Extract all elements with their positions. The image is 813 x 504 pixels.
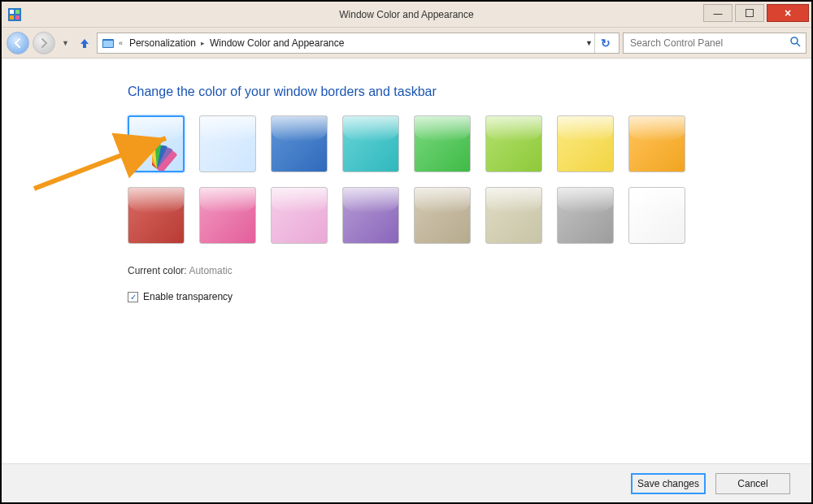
color-swatch-lime[interactable] [485, 115, 542, 172]
color-swatch-light-blue[interactable] [199, 115, 256, 172]
color-swatch-light-pink[interactable] [271, 187, 328, 244]
window-buttons: ― × [703, 2, 811, 27]
svg-rect-5 [746, 10, 754, 17]
svg-rect-4 [15, 15, 20, 20]
maximize-button[interactable] [735, 4, 764, 22]
footer-bar: Save changes Cancel [2, 463, 811, 502]
address-bar[interactable]: « Personalization ▸ Window Color and App… [97, 33, 620, 54]
color-swatch-hot-pink[interactable] [199, 187, 256, 244]
search-box[interactable] [623, 33, 806, 54]
svg-rect-7 [103, 41, 113, 47]
current-color-value: Automatic [189, 265, 232, 276]
svg-rect-1 [10, 10, 14, 14]
color-swatch-teal[interactable] [342, 115, 399, 172]
transparency-label: Enable transparency [143, 291, 233, 302]
svg-line-9 [797, 43, 800, 46]
titlebar: Window Color and Appearance ― × [2, 2, 811, 28]
color-swatch-gray[interactable] [557, 187, 614, 244]
save-button[interactable]: Save changes [631, 473, 706, 494]
breadcrumb-item[interactable]: Window Color and Appearance [207, 37, 347, 49]
current-color-row: Current color: Automatic [128, 265, 811, 276]
color-swatch-automatic[interactable] [128, 115, 185, 172]
search-input[interactable] [628, 37, 789, 50]
svg-point-8 [791, 37, 798, 44]
color-swatch-grid [128, 115, 713, 244]
color-swatch-blue[interactable] [271, 115, 328, 172]
svg-rect-2 [15, 10, 20, 14]
breadcrumb-item[interactable]: Personalization [126, 37, 199, 49]
back-button[interactable] [7, 32, 29, 54]
search-icon [789, 36, 801, 50]
refresh-button[interactable]: ↻ [594, 33, 615, 53]
color-fan-icon [152, 141, 185, 172]
cancel-button[interactable]: Cancel [715, 473, 790, 494]
color-swatch-khaki[interactable] [485, 187, 542, 244]
transparency-checkbox[interactable]: ✓ [128, 292, 138, 302]
minimize-button[interactable]: ― [703, 4, 733, 22]
color-swatch-orange[interactable] [628, 115, 685, 172]
chevron-right-icon: ▸ [201, 39, 205, 47]
color-swatch-green[interactable] [414, 115, 471, 172]
app-icon [8, 8, 21, 21]
toolbar: ▼ « Personalization ▸ Window Color and A… [2, 28, 811, 59]
color-swatch-red[interactable] [128, 187, 185, 244]
color-swatch-purple[interactable] [342, 187, 399, 244]
address-dropdown[interactable]: ▼ [585, 39, 593, 47]
nav-history-dropdown[interactable]: ▼ [59, 39, 72, 47]
color-swatch-white[interactable] [628, 187, 685, 244]
page-heading: Change the color of your window borders … [128, 85, 811, 99]
forward-button[interactable] [33, 32, 55, 54]
transparency-row[interactable]: ✓ Enable transparency [128, 291, 811, 302]
color-swatch-taupe[interactable] [414, 187, 471, 244]
chevron-left-icon: « [117, 39, 124, 47]
close-button[interactable]: × [767, 4, 809, 22]
color-swatch-yellow[interactable] [557, 115, 614, 172]
content-area: Change the color of your window borders … [2, 60, 811, 462]
up-button[interactable] [76, 34, 93, 52]
current-color-label: Current color: [128, 265, 187, 276]
svg-rect-3 [10, 15, 14, 20]
window-title: Window Color and Appearance [339, 9, 473, 20]
control-panel-icon [101, 36, 115, 50]
